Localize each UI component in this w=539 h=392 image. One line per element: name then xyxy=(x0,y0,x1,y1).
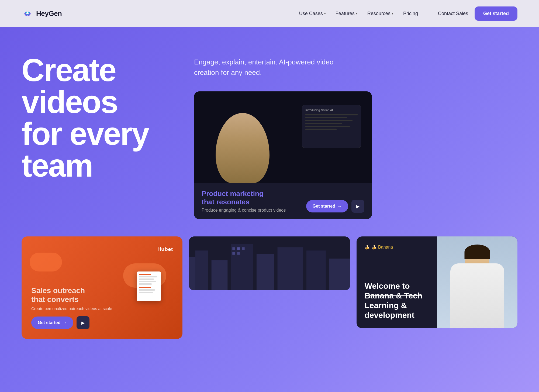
nav-link-resources[interactable]: Resources ▾ xyxy=(364,9,397,19)
svg-point-1 xyxy=(26,12,29,14)
get-started-button[interactable]: Get started xyxy=(475,6,517,21)
avatar-hair xyxy=(464,245,490,259)
dark-preview-card xyxy=(189,236,350,290)
screen-title: Introducing Notion AI xyxy=(305,108,358,112)
product-card-footer: Product marketing that resonates Produce… xyxy=(194,183,372,219)
sales-card-actions: Get started → ▶ xyxy=(31,316,173,329)
nav-right: Contact Sales Get started xyxy=(438,6,517,21)
svg-rect-9 xyxy=(306,250,326,290)
learning-card-title: Welcome to Banana & Tech Learning & deve… xyxy=(365,281,437,320)
learning-avatar-area xyxy=(437,236,517,328)
product-marketing-card: Introducing Notion AI Product marketing … xyxy=(194,91,372,219)
logo[interactable]: HeyGen xyxy=(22,8,62,20)
chevron-down-icon: ▾ xyxy=(356,12,358,15)
hero-section: Create videos for every team Engage, exp… xyxy=(0,27,539,392)
nav-links: Use Cases ▾ Features ▾ Resources ▾ Prici… xyxy=(295,9,422,19)
svg-rect-6 xyxy=(231,244,254,290)
sales-play-button[interactable]: ▶ xyxy=(77,316,89,329)
logo-text: HeyGen xyxy=(36,9,62,18)
preview-image-area xyxy=(189,236,350,290)
product-play-button[interactable]: ▶ xyxy=(351,200,364,213)
svg-rect-8 xyxy=(278,247,303,290)
product-card-description: Produce engaging & concise product video… xyxy=(202,208,286,213)
product-card-text: Product marketing that resonates Produce… xyxy=(202,190,286,213)
play-icon: ▶ xyxy=(356,204,360,209)
play-icon: ▶ xyxy=(81,320,85,325)
nav-link-use-cases[interactable]: Use Cases ▾ xyxy=(295,9,330,19)
video-background: Introducing Notion AI xyxy=(194,91,372,183)
svg-rect-4 xyxy=(195,250,208,290)
product-card-title: Product marketing that resonates xyxy=(202,190,286,206)
heygen-logo-icon xyxy=(22,8,33,20)
avatar-body xyxy=(450,263,504,328)
chevron-down-icon: ▾ xyxy=(392,12,393,15)
arrow-right-icon: → xyxy=(337,204,342,209)
nav-link-features[interactable]: Features ▾ xyxy=(332,9,361,19)
city-silhouette-svg xyxy=(189,236,350,290)
svg-rect-12 xyxy=(237,247,240,250)
product-card-actions: Get started → ▶ xyxy=(306,200,364,213)
presenter-silhouette xyxy=(216,113,270,183)
learning-card-text: Welcome to Banana & Tech Learning & deve… xyxy=(357,281,437,328)
navbar: HeyGen Use Cases ▾ Features ▾ Resources … xyxy=(0,0,539,27)
video-preview-area: Introducing Notion AI xyxy=(194,91,372,183)
learning-development-card: 🍌 🍌 Banana Welcome to Banana & Tech L xyxy=(357,236,517,328)
avatar-figure xyxy=(437,236,517,328)
svg-rect-15 xyxy=(237,252,240,255)
hubspot-logo: Hubt xyxy=(157,246,173,252)
nav-link-pricing[interactable]: Pricing xyxy=(399,9,422,19)
svg-rect-10 xyxy=(329,259,350,290)
svg-rect-14 xyxy=(233,252,235,255)
bottom-cards-row: Hubt Sales outreach that converts Create… xyxy=(22,236,517,392)
hero-right-column: Engage, explain, entertain. AI-powered v… xyxy=(194,49,517,226)
arrow-right-icon: → xyxy=(63,320,67,325)
banana-logo: 🍌 🍌 Banana xyxy=(365,245,393,250)
svg-rect-11 xyxy=(233,247,235,250)
chevron-down-icon: ▾ xyxy=(324,12,326,15)
banana-emoji: 🍌 xyxy=(365,245,370,250)
contact-sales-link[interactable]: Contact Sales xyxy=(438,11,468,16)
sales-card-description: Create personalized outreach videos at s… xyxy=(31,306,173,311)
svg-rect-13 xyxy=(242,247,245,250)
hero-subtitle: Engage, explain, entertain. AI-powered v… xyxy=(194,57,345,78)
sales-outreach-card: Hubt Sales outreach that converts Create… xyxy=(22,236,182,339)
banana-company-name: 🍌 Banana xyxy=(372,245,393,250)
hero-title: Create videos for every team xyxy=(22,49,172,181)
screen-overlay: Introducing Notion AI xyxy=(302,105,361,148)
sales-get-started-button[interactable]: Get started → xyxy=(31,317,73,329)
svg-rect-5 xyxy=(212,260,228,290)
svg-rect-7 xyxy=(257,254,274,290)
document-preview xyxy=(137,271,161,301)
product-get-started-button[interactable]: Get started → xyxy=(306,200,348,212)
